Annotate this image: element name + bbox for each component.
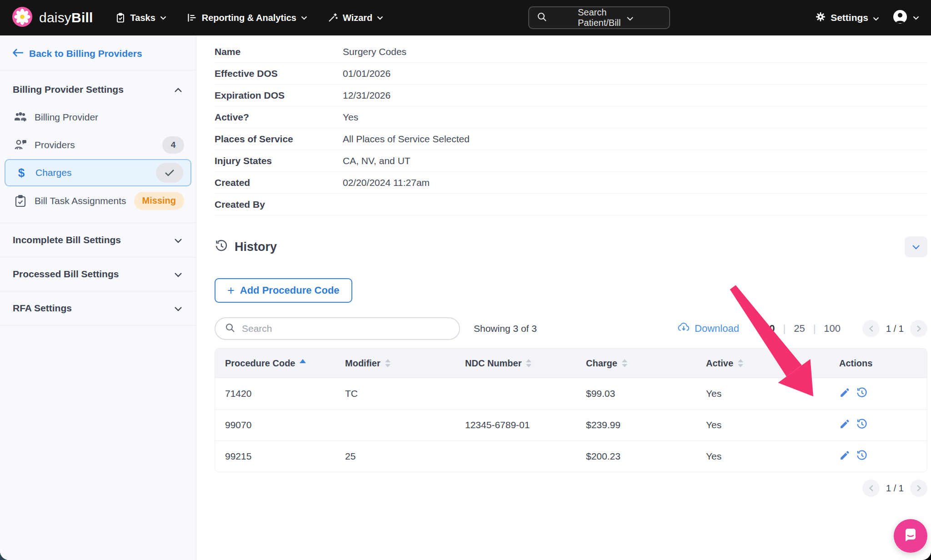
edit-icon[interactable] bbox=[839, 418, 851, 432]
page-indicator: 1 / 1 bbox=[886, 483, 904, 494]
next-page-button[interactable] bbox=[910, 320, 927, 337]
chevron-down-icon bbox=[873, 12, 879, 23]
chat-launcher-button[interactable] bbox=[894, 519, 927, 553]
row-history-icon[interactable] bbox=[856, 418, 868, 432]
daisy-flower-icon bbox=[12, 6, 33, 29]
section-processed-bill-settings[interactable]: Processed Bill Settings bbox=[0, 257, 196, 291]
cell-modifier: TC bbox=[345, 388, 465, 399]
settings-sidebar: Back to Billing Providers Billing Provid… bbox=[0, 35, 196, 560]
history-collapse-button[interactable] bbox=[905, 236, 927, 257]
detail-row-created: Created 02/20/2024 11:27am bbox=[215, 172, 927, 194]
table-row: 99070 12345-6789-01 $239.99 Yes bbox=[215, 409, 927, 440]
wand-icon bbox=[327, 12, 338, 23]
detail-row-name: Name Surgery Codes bbox=[215, 41, 927, 63]
table-row: 99215 25 $200.23 Yes bbox=[215, 440, 927, 472]
sidebar-item-bill-task-assignments[interactable]: Bill Task Assignments Missing bbox=[0, 187, 196, 215]
missing-badge: Missing bbox=[134, 192, 184, 210]
add-procedure-code-button[interactable]: + Add Procedure Code bbox=[215, 278, 352, 303]
user-menu[interactable] bbox=[893, 10, 919, 26]
cell-charge: $99.03 bbox=[586, 388, 706, 399]
detail-row-created-by: Created By bbox=[215, 194, 927, 215]
history-icon bbox=[215, 239, 228, 255]
search-icon bbox=[225, 322, 235, 335]
section-incomplete-bill-settings[interactable]: Incomplete Bill Settings bbox=[0, 223, 196, 257]
app-window: daisyBill Tasks bbox=[0, 0, 931, 560]
column-procedure-code[interactable]: Procedure Code bbox=[225, 358, 345, 369]
divider bbox=[0, 325, 196, 325]
next-page-button[interactable] bbox=[910, 480, 927, 497]
main-content: Name Surgery Codes Effective DOS 01/01/2… bbox=[196, 35, 931, 560]
charges-complete-badge bbox=[156, 163, 183, 183]
nav-reporting-analytics[interactable]: Reporting & Analytics bbox=[186, 12, 307, 23]
detail-row-effective-dos: Effective DOS 01/01/2026 bbox=[215, 63, 927, 85]
procedure-search-box bbox=[215, 317, 460, 340]
cell-active: Yes bbox=[706, 451, 839, 462]
page-size-25[interactable]: 25 bbox=[794, 323, 805, 335]
cell-charge: $239.99 bbox=[586, 420, 706, 430]
chevron-down-icon bbox=[377, 16, 383, 20]
chevron-down-icon bbox=[301, 16, 307, 20]
sort-asc-icon bbox=[300, 359, 306, 363]
cell-ndc: 12345-6789-01 bbox=[465, 420, 586, 430]
search-input[interactable] bbox=[241, 323, 450, 335]
cell-procedure-code: 71420 bbox=[225, 388, 345, 399]
nav-wizard[interactable]: Wizard bbox=[327, 12, 383, 23]
prev-page-button[interactable] bbox=[862, 320, 880, 337]
top-nav: daisyBill Tasks bbox=[0, 0, 931, 35]
row-history-icon[interactable] bbox=[856, 387, 868, 401]
section-billing-provider-settings[interactable]: Billing Provider Settings bbox=[0, 70, 196, 103]
top-pagination: 1 / 1 bbox=[862, 320, 927, 337]
sort-icon bbox=[622, 359, 627, 367]
clipboard-icon bbox=[115, 12, 126, 23]
dollar-icon: $ bbox=[14, 166, 29, 180]
column-modifier[interactable]: Modifier bbox=[345, 358, 465, 369]
primary-nav: Tasks Reporting & Analytics bbox=[115, 12, 384, 23]
back-to-billing-providers-link[interactable]: Back to Billing Providers bbox=[13, 48, 183, 59]
column-active[interactable]: Active bbox=[706, 358, 839, 369]
cloud-download-icon bbox=[677, 322, 690, 335]
doctor-icon bbox=[13, 139, 28, 151]
cell-procedure-code: 99215 bbox=[225, 451, 345, 462]
chevron-down-icon bbox=[913, 14, 919, 22]
detail-row-expiration-dos: Expiration DOS 12/31/2026 bbox=[215, 85, 927, 106]
sidebar-item-billing-provider[interactable]: Billing Provider bbox=[0, 103, 196, 131]
table-controls: Showing 3 of 3 Download 10 | bbox=[215, 317, 927, 340]
download-link[interactable]: Download bbox=[677, 322, 739, 335]
chevron-down-icon bbox=[160, 16, 166, 20]
chat-bubble-icon bbox=[902, 526, 919, 545]
brand-logo[interactable]: daisyBill bbox=[12, 6, 93, 29]
edit-icon[interactable] bbox=[839, 387, 851, 400]
sidebar-item-charges[interactable]: $ Charges bbox=[5, 159, 191, 186]
cell-active: Yes bbox=[706, 388, 839, 399]
column-ndc-number[interactable]: NDC Number bbox=[465, 358, 586, 369]
column-charge[interactable]: Charge bbox=[586, 358, 706, 369]
sidebar-item-providers[interactable]: Providers 4 bbox=[0, 131, 196, 159]
nav-settings[interactable]: Settings bbox=[815, 11, 879, 25]
detail-row-active: Active? Yes bbox=[215, 106, 927, 128]
row-history-icon[interactable] bbox=[856, 450, 868, 464]
table-header: Procedure Code Modifier NDC Number Charg… bbox=[215, 349, 927, 378]
page-size-selector: 10 | 25 | 100 bbox=[764, 323, 841, 335]
history-title: History bbox=[235, 240, 277, 254]
section-rfa-settings[interactable]: RFA Settings bbox=[0, 291, 196, 325]
chevron-down-icon bbox=[174, 303, 182, 314]
charge-details: Name Surgery Codes Effective DOS 01/01/2… bbox=[215, 41, 927, 215]
patient-bill-search[interactable]: Search Patient/Bill bbox=[528, 6, 670, 29]
providers-count-badge: 4 bbox=[162, 136, 184, 154]
chevron-down-icon[interactable] bbox=[626, 13, 662, 23]
sort-icon bbox=[385, 359, 390, 367]
clipboard-check-icon bbox=[13, 195, 28, 207]
page-size-10[interactable]: 10 bbox=[764, 323, 775, 335]
edit-icon[interactable] bbox=[839, 450, 851, 463]
page-size-100[interactable]: 100 bbox=[824, 323, 841, 335]
chevron-up-icon bbox=[174, 84, 182, 95]
bottom-pagination: 1 / 1 bbox=[215, 480, 927, 497]
detail-row-injury-states: Injury States CA, NV, and UT bbox=[215, 150, 927, 172]
chevron-down-icon bbox=[174, 235, 182, 245]
cell-procedure-code: 99070 bbox=[225, 420, 345, 430]
page-indicator: 1 / 1 bbox=[886, 324, 904, 334]
history-section-header: History bbox=[215, 234, 927, 260]
nav-tasks[interactable]: Tasks bbox=[115, 12, 166, 23]
showing-count: Showing 3 of 3 bbox=[474, 323, 537, 334]
prev-page-button[interactable] bbox=[862, 480, 880, 497]
